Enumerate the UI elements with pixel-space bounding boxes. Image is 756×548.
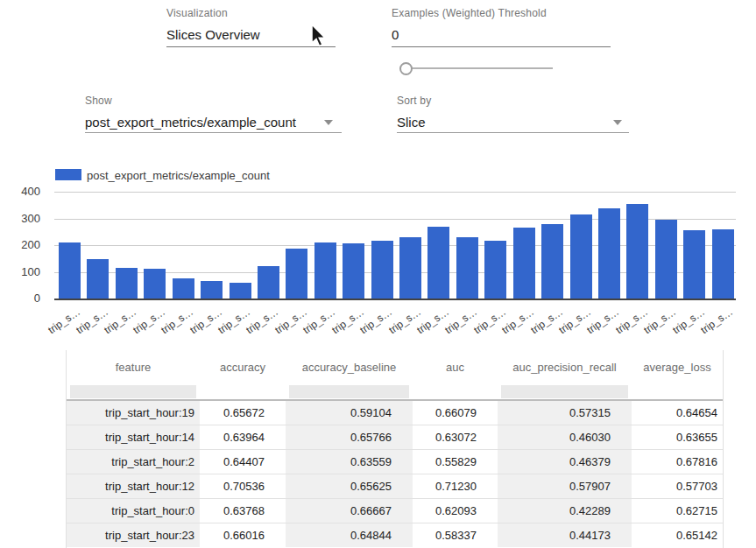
bar-2[interactable]	[116, 268, 138, 299]
metric-cell: 0.66667	[286, 499, 413, 523]
bar-5[interactable]	[201, 281, 223, 299]
bar-22[interactable]	[683, 230, 705, 299]
chevron-down-icon[interactable]	[324, 120, 333, 125]
metric-cell: 0.63655	[632, 425, 723, 450]
filter-cell[interactable]	[632, 384, 723, 400]
bar-18[interactable]	[570, 214, 592, 299]
gridline	[54, 192, 736, 193]
bar-15[interactable]	[484, 241, 506, 299]
bar-19[interactable]	[598, 208, 620, 299]
metric-cell: 0.59104	[286, 400, 413, 425]
sort-by-value[interactable]: Slice	[397, 115, 633, 130]
filter-box[interactable]	[70, 385, 196, 398]
metric-cell: 0.65766	[286, 425, 413, 450]
feature-cell: trip_start_hour:23	[67, 523, 200, 548]
bar-17[interactable]	[541, 224, 563, 299]
metric-cell: 0.66016	[200, 523, 286, 548]
bar-11[interactable]	[371, 241, 393, 299]
bar-12[interactable]	[399, 237, 421, 299]
bar-8[interactable]	[286, 249, 307, 299]
metric-cell: 0.44173	[498, 523, 632, 548]
bar-23[interactable]	[712, 229, 734, 299]
metric-cell: 0.57907	[498, 474, 632, 499]
sort-by-label: Sort by	[397, 95, 633, 107]
table-row[interactable]: trip_start_hour:20.644070.635590.558290.…	[67, 450, 723, 474]
table-row[interactable]: trip_start_hour:230.660160.648440.583370…	[67, 523, 723, 548]
threshold-underline	[392, 46, 611, 47]
threshold-value[interactable]: 0	[392, 27, 619, 42]
show-label: Show	[85, 95, 348, 107]
chevron-down-icon[interactable]	[613, 120, 622, 125]
metrics-table: featureaccuracyaccuracy_baselineaucauc_p…	[67, 350, 723, 547]
table-row[interactable]: trip_start_hour:120.705360.656250.712300…	[67, 474, 723, 499]
bar-10[interactable]	[343, 243, 364, 299]
bar-13[interactable]	[427, 227, 449, 299]
column-header-accuracy[interactable]: accuracy	[200, 350, 286, 384]
filter-cell[interactable]	[200, 384, 286, 400]
metric-cell: 0.63559	[286, 450, 413, 474]
y-axis-tick-label: 0	[0, 292, 40, 305]
table-header-row: featureaccuracyaccuracy_baselineaucauc_p…	[67, 350, 723, 384]
bar-21[interactable]	[655, 220, 677, 299]
column-header-auc[interactable]: auc	[413, 350, 498, 384]
bar-14[interactable]	[456, 237, 478, 299]
y-axis-tick-label: 100	[0, 265, 40, 278]
feature-cell: trip_start_hour:12	[67, 474, 200, 499]
filter-cell[interactable]	[286, 384, 413, 400]
y-axis-tick-label: 300	[0, 212, 40, 225]
metric-cell: 0.58337	[413, 523, 498, 548]
filter-box[interactable]	[501, 385, 628, 398]
bar-1[interactable]	[87, 259, 109, 299]
bar-4[interactable]	[173, 278, 194, 299]
metrics-table-container: featureaccuracyaccuracy_baselineaucauc_p…	[66, 350, 724, 548]
column-header-auc_precision_recall[interactable]: auc_precision_recall	[498, 350, 632, 384]
filter-cell[interactable]	[413, 384, 498, 400]
legend-swatch	[55, 169, 81, 180]
show-select[interactable]: Show post_export_metrics/example_count	[85, 95, 348, 130]
table-row[interactable]: trip_start_hour:190.656720.591040.660790…	[67, 400, 723, 425]
bar-0[interactable]	[59, 242, 81, 299]
sort-by-underline	[397, 132, 629, 133]
bar-20[interactable]	[626, 204, 648, 299]
metric-cell: 0.71230	[413, 474, 498, 499]
table-row[interactable]: trip_start_hour:140.639640.657660.630720…	[67, 425, 723, 450]
bar-3[interactable]	[144, 269, 166, 299]
metric-cell: 0.64654	[632, 400, 723, 425]
metric-cell: 0.64407	[200, 450, 286, 474]
feature-cell: trip_start_hour:2	[67, 450, 200, 474]
metric-cell: 0.62715	[632, 499, 723, 523]
filter-cell[interactable]	[67, 384, 200, 400]
metric-cell: 0.66079	[413, 400, 498, 425]
metric-cell: 0.57315	[498, 400, 632, 425]
bar-chart: 0100200300400trip_s…trip_s…trip_s…trip_s…	[0, 184, 756, 350]
feature-cell: trip_start_hour:0	[67, 499, 200, 523]
table-row[interactable]: trip_start_hour:00.637680.666670.620930.…	[67, 499, 723, 523]
threshold-slider-thumb[interactable]	[399, 62, 413, 75]
threshold-input[interactable]: Examples (Weighted) Threshold 0	[392, 7, 619, 42]
metric-cell: 0.63964	[200, 425, 286, 450]
show-value[interactable]: post_export_metrics/example_count	[85, 115, 348, 130]
metric-cell: 0.57703	[632, 474, 723, 499]
metric-cell: 0.42289	[498, 499, 632, 523]
metric-cell: 0.64844	[286, 523, 413, 548]
sort-by-select[interactable]: Sort by Slice	[397, 95, 633, 130]
visualization-label: Visualization	[166, 7, 342, 19]
threshold-label: Examples (Weighted) Threshold	[392, 7, 619, 19]
threshold-slider-track[interactable]	[406, 67, 553, 69]
column-header-average_loss[interactable]: average_loss	[632, 350, 723, 384]
bar-7[interactable]	[258, 266, 279, 299]
feature-cell: trip_start_hour:14	[67, 425, 200, 450]
metric-cell: 0.65625	[286, 474, 413, 499]
filter-box[interactable]	[289, 385, 409, 398]
column-header-accuracy_baseline[interactable]: accuracy_baseline	[286, 350, 413, 384]
column-header-feature[interactable]: feature	[67, 350, 200, 384]
feature-cell: trip_start_hour:19	[67, 400, 200, 425]
bar-16[interactable]	[513, 228, 535, 299]
chart-plot	[54, 192, 736, 300]
mouse-cursor-icon	[309, 24, 329, 48]
metric-cell: 0.46379	[498, 450, 632, 474]
bar-9[interactable]	[314, 242, 336, 299]
show-underline	[85, 132, 342, 133]
filter-cell[interactable]	[498, 384, 632, 400]
bar-6[interactable]	[230, 283, 251, 299]
